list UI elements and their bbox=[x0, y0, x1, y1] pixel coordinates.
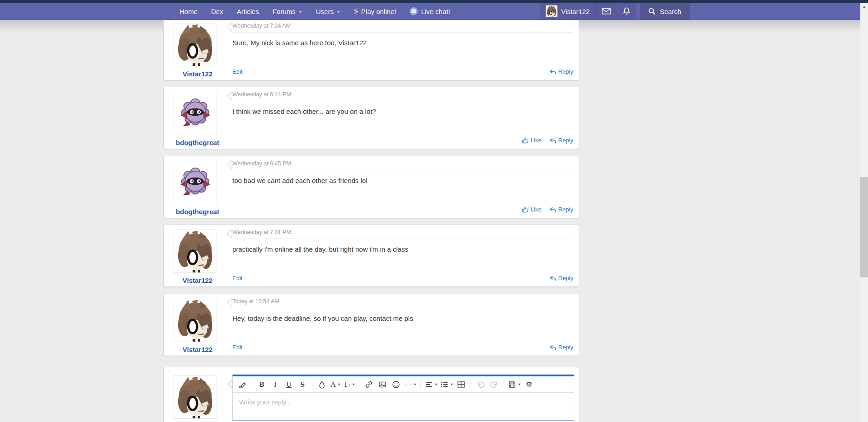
nav-item-home[interactable]: Home bbox=[173, 3, 204, 20]
table-button[interactable] bbox=[456, 379, 467, 390]
alignment-button[interactable] bbox=[425, 379, 438, 390]
font-icon: A bbox=[330, 381, 336, 388]
message-card: Vistar122 Wednesday at 7:01 PM practical… bbox=[163, 225, 579, 287]
reply-link[interactable]: Reply bbox=[550, 206, 573, 213]
remove-format-button[interactable] bbox=[237, 379, 248, 390]
nav-item-play-online[interactable]: S Play online! bbox=[347, 3, 403, 20]
undo-icon bbox=[476, 380, 485, 389]
ellipsis-icon: ··· bbox=[404, 381, 412, 388]
message-timestamp[interactable]: Wednesday at 7:24 AM bbox=[232, 19, 573, 33]
message-text: Sure, My nick is same as here too, Vista… bbox=[232, 38, 573, 47]
vistar122-avatar[interactable] bbox=[174, 299, 217, 342]
message-card: Vistar122 Wednesday at 7:24 AM Sure, My … bbox=[163, 18, 579, 80]
search-icon bbox=[648, 8, 656, 15]
underline-icon: U bbox=[286, 381, 292, 388]
nav-item-users[interactable]: Users bbox=[309, 3, 347, 20]
message-pointer bbox=[227, 91, 232, 101]
text-color-button[interactable] bbox=[316, 379, 327, 390]
page-scrollbar[interactable]: ▲ bbox=[860, 3, 868, 422]
reply-link[interactable]: Reply bbox=[550, 68, 573, 75]
bell-icon bbox=[623, 7, 630, 15]
list-icon bbox=[440, 380, 448, 389]
mail-icon bbox=[602, 8, 611, 14]
message-text: too bad we cant add each other as friend… bbox=[232, 176, 573, 185]
edit-link[interactable]: Edit bbox=[232, 344, 242, 351]
edit-link[interactable]: Edit bbox=[232, 275, 242, 281]
message-timestamp[interactable]: Wednesday at 6:45 PM bbox=[232, 156, 573, 170]
eraser-icon bbox=[238, 380, 246, 389]
message-card: bdogthegreat Wednesday at 6:45 PM too ba… bbox=[163, 156, 579, 218]
message-timestamp[interactable]: Today at 10:54 AM bbox=[232, 294, 573, 308]
inbox-button[interactable] bbox=[595, 3, 617, 20]
edit-link[interactable]: Edit bbox=[232, 68, 242, 75]
font-family-button[interactable]: A bbox=[330, 379, 341, 390]
underline-button[interactable]: U bbox=[283, 379, 294, 390]
message-pointer bbox=[227, 298, 232, 308]
strikethrough-icon: S bbox=[301, 381, 305, 388]
chevron-down-icon bbox=[299, 11, 302, 13]
author-username[interactable]: Vistar122 bbox=[164, 277, 231, 284]
gear-icon: ⚙ bbox=[526, 380, 532, 389]
reply-placeholder: Write your reply... bbox=[239, 398, 292, 406]
strikethrough-button[interactable]: S bbox=[297, 379, 308, 390]
navbar-menu: Home Dex Articles Forums Users S Play on… bbox=[173, 3, 457, 20]
scrollbar-thumb[interactable] bbox=[860, 177, 868, 277]
reply-input[interactable]: Write your reply... bbox=[233, 393, 574, 420]
alerts-button[interactable] bbox=[617, 3, 636, 20]
list-button[interactable] bbox=[440, 379, 453, 390]
nav-item-live-chat[interactable]: Live chat! bbox=[403, 3, 457, 20]
font-size-button[interactable]: T↕ bbox=[344, 379, 355, 390]
bold-button[interactable]: B bbox=[256, 379, 267, 390]
message-timestamp[interactable]: Wednesday at 6:44 PM bbox=[232, 87, 573, 101]
vistar122-avatar[interactable] bbox=[174, 23, 217, 66]
chevron-down-icon bbox=[414, 384, 416, 385]
reply-link[interactable]: Reply bbox=[550, 137, 573, 144]
editor-settings-button[interactable]: ⚙ bbox=[524, 379, 534, 390]
drafts-button[interactable] bbox=[508, 379, 521, 390]
redo-icon bbox=[490, 380, 498, 389]
like-link[interactable]: Like bbox=[522, 206, 542, 213]
image-icon bbox=[378, 380, 387, 389]
insert-link-button[interactable] bbox=[363, 379, 374, 390]
bold-icon: B bbox=[259, 381, 264, 388]
like-link[interactable]: Like bbox=[522, 137, 542, 144]
reply-editor-card: B I U S A T↕ ··· ⚙ Write your reply.. bbox=[163, 367, 579, 422]
author-username[interactable]: Vistar122 bbox=[164, 346, 231, 353]
author-username[interactable]: Vistar122 bbox=[164, 70, 231, 78]
italic-button[interactable]: I bbox=[270, 379, 281, 390]
insert-image-button[interactable] bbox=[377, 379, 388, 390]
author-username[interactable]: bdogthegreat bbox=[164, 139, 231, 146]
redo-button[interactable] bbox=[489, 379, 500, 390]
reply-link[interactable]: Reply bbox=[550, 344, 573, 351]
link-icon bbox=[365, 380, 373, 389]
more-options-button[interactable]: ··· bbox=[404, 379, 416, 390]
navbar-username: Vistar122 bbox=[561, 8, 590, 15]
navbar-user-panel: Vistar122 bbox=[540, 3, 636, 20]
like-icon bbox=[522, 137, 528, 144]
vistar122-avatar[interactable] bbox=[174, 375, 217, 419]
reply-link[interactable]: Reply bbox=[550, 275, 573, 281]
author-username[interactable]: bdogthegreat bbox=[164, 208, 231, 216]
nav-item-articles[interactable]: Articles bbox=[230, 3, 266, 20]
chevron-down-icon bbox=[518, 384, 521, 385]
align-icon bbox=[425, 380, 433, 389]
smilies-button[interactable] bbox=[391, 379, 401, 390]
nav-item-dex[interactable]: Dex bbox=[204, 3, 230, 20]
chevron-down-icon bbox=[338, 384, 340, 385]
reply-icon bbox=[550, 276, 556, 281]
italic-icon: I bbox=[274, 381, 276, 388]
account-menu[interactable]: Vistar122 bbox=[540, 3, 595, 20]
bdogthegreat-avatar[interactable] bbox=[174, 92, 217, 135]
nav-item-forums[interactable]: Forums bbox=[266, 3, 309, 20]
font-size-icon: T bbox=[344, 381, 348, 388]
message-pointer bbox=[227, 229, 232, 239]
bdogthegreat-avatar[interactable] bbox=[174, 161, 217, 204]
showdown-icon: S bbox=[354, 7, 359, 15]
search-button[interactable]: Search bbox=[640, 3, 690, 20]
message-timestamp[interactable]: Wednesday at 7:01 PM bbox=[232, 225, 573, 239]
vistar122-avatar[interactable] bbox=[174, 230, 217, 273]
reply-icon bbox=[550, 345, 556, 350]
undo-button[interactable] bbox=[475, 379, 486, 390]
editor-toolbar: B I U S A T↕ ··· ⚙ bbox=[233, 376, 574, 393]
scroll-up-button[interactable]: ▲ bbox=[860, 3, 868, 10]
